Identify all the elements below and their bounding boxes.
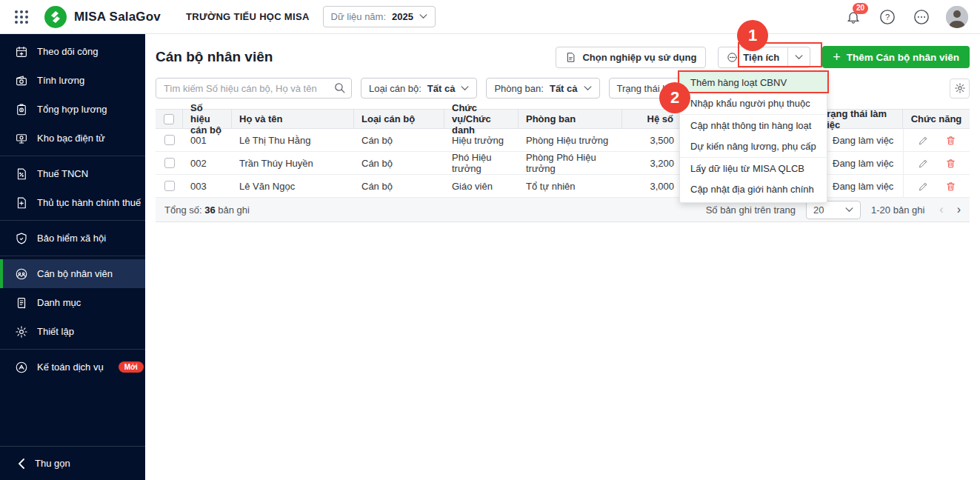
- cell-coefficient: 3,000: [622, 175, 681, 197]
- add-employee-label: Thêm Cán bộ nhân viên: [847, 52, 959, 63]
- cell-coefficient: 3,500: [622, 129, 681, 151]
- sidebar-item-theo-doi-cong[interactable]: Theo dõi công: [0, 37, 145, 66]
- notification-count-badge: 20: [853, 3, 868, 14]
- cell-code: 003: [183, 175, 232, 197]
- cell-dept: Phòng Hiệu trưởng: [519, 129, 622, 151]
- more-button[interactable]: [912, 7, 931, 27]
- total-label: Tổng số:: [164, 204, 202, 216]
- sidebar-item-ke-toan-dich-vu[interactable]: Kế toán dịch vụ Mới: [0, 353, 145, 381]
- delete-icon[interactable]: [945, 135, 956, 146]
- sidebar-item-can-bo-nhan-vien[interactable]: Cán bộ nhân viên: [0, 259, 145, 288]
- next-page-button[interactable]: ›: [957, 203, 961, 216]
- prev-page-button[interactable]: ‹: [939, 203, 943, 216]
- menu-item-cap-nhat-dia-gioi-hanh-chinh[interactable]: Cập nhật địa giới hành chính: [680, 179, 827, 200]
- tax-procedure-icon: [15, 196, 28, 210]
- organization-name: TRƯỜNG TIỂU HỌC MISA: [186, 11, 310, 22]
- menu-item-lay-du-lieu-tu-misa-qlcb[interactable]: Lấy dữ liệu từ MISA QLCB: [680, 159, 827, 179]
- row-checkbox[interactable]: [164, 158, 175, 168]
- new-badge: Mới: [119, 361, 144, 373]
- sidebar-item-label: Thuế TNCN: [37, 168, 88, 179]
- sidebar-item-label: Danh mục: [37, 297, 81, 308]
- sidebar-item-thue-tncn[interactable]: Thuế TNCN: [0, 159, 145, 188]
- filter-dept-select[interactable]: Phòng ban: Tất cả: [486, 78, 599, 99]
- chevron-down-icon: [584, 86, 592, 91]
- sidebar-item-label: Kho bạc điện tử: [37, 133, 105, 144]
- filter-type-select[interactable]: Loại cán bộ: Tất cả: [361, 78, 477, 99]
- gear-icon: [954, 82, 966, 94]
- toolbar: Chọn nghiệp vụ sử dụng Tiện ích + Thêm C…: [556, 46, 970, 68]
- utilities-button[interactable]: Tiện ích: [719, 47, 787, 67]
- delete-icon[interactable]: [945, 181, 956, 192]
- filter-status-label: Trạng thái làm việc: [617, 83, 683, 94]
- column-settings-button[interactable]: [950, 79, 970, 99]
- sidebar-item-thu-tuc-hanh-chinh-thue[interactable]: Thủ tục hành chính thuế: [0, 188, 145, 217]
- treasury-monitor-icon: [15, 132, 28, 145]
- grid-icon: [14, 10, 29, 24]
- cell-dept: Tổ tự nhiên: [519, 175, 622, 197]
- sidebar-item-danh-muc[interactable]: Danh mục: [0, 288, 145, 317]
- cell-status: Đang làm việc: [814, 129, 903, 151]
- status-text: Đang làm việc: [833, 181, 893, 192]
- sidebar-item-label: Tổng hợp lương: [37, 104, 107, 115]
- sidebar-collapse-button[interactable]: Thu gọn: [0, 446, 145, 480]
- sidebar-item-label: Cán bộ nhân viên: [37, 268, 113, 279]
- table-row: 003 Lê Văn Ngọc Cán bộ Giáo viên Tổ tự n…: [156, 175, 970, 198]
- header-actions: Chức năng: [903, 110, 970, 128]
- app-grid-button[interactable]: [12, 7, 31, 27]
- notifications-button[interactable]: 20: [844, 7, 863, 27]
- user-avatar[interactable]: [946, 6, 968, 28]
- cell-name: Trần Thúy Huyền: [232, 152, 354, 174]
- chevron-left-icon: [18, 459, 24, 469]
- filter-row: Loại cán bộ: Tất cả Phòng ban: Tất cả Tr…: [156, 78, 970, 99]
- cell-position: Giáo viên: [444, 175, 519, 197]
- menu-item-cap-nhat-thong-tin-hang-loat[interactable]: Cập nhật thông tin hàng loạt: [680, 116, 827, 136]
- sidebar-item-label: Bảo hiểm xã hội: [37, 233, 106, 244]
- sidebar-item-tong-hop-luong[interactable]: Tổng hợp lương: [0, 95, 145, 124]
- cell-code: 002: [183, 152, 232, 174]
- sidebar-item-bao-hiem-xa-hoi[interactable]: Bảo hiểm xã hội: [0, 224, 145, 253]
- sidebar-item-tinh-luong[interactable]: Tính lương: [0, 66, 145, 95]
- choose-business-button[interactable]: Chọn nghiệp vụ sử dụng: [556, 47, 706, 68]
- filter-type-label: Loại cán bộ:: [369, 83, 421, 94]
- sidebar-item-thiet-lap[interactable]: Thiết lập: [0, 317, 145, 346]
- status-text: Đang làm việc: [833, 135, 893, 146]
- filter-status-select[interactable]: Trạng thái làm việc: [609, 78, 683, 99]
- row-checkbox[interactable]: [164, 135, 175, 145]
- menu-divider: [680, 114, 827, 115]
- per-page-select[interactable]: 20: [806, 201, 861, 219]
- gear-icon: [15, 325, 28, 339]
- menu-item-them-hang-loat-cbnv[interactable]: Thêm hàng loạt CBNV: [680, 73, 827, 93]
- utilities-caret-button[interactable]: [787, 47, 810, 67]
- sidebar-item-kho-bac-dien-tu[interactable]: Kho bạc điện tử: [0, 124, 145, 153]
- cell-name: Lê Văn Ngọc: [232, 175, 354, 197]
- header-position: Chức vụ/Chức danh: [444, 110, 519, 128]
- row-checkbox[interactable]: [164, 181, 175, 191]
- cell-type: Cán bộ: [354, 175, 444, 197]
- shield-icon: [15, 232, 28, 245]
- select-all-checkbox[interactable]: [164, 114, 174, 124]
- edit-icon[interactable]: [918, 181, 929, 192]
- cell-code: 001: [183, 129, 232, 151]
- add-employee-button[interactable]: + Thêm Cán bộ nhân viên: [822, 46, 970, 68]
- filter-type-value: Tất cả: [427, 83, 456, 94]
- total-suffix: bản ghi: [218, 204, 250, 216]
- avatar-icon: [946, 6, 968, 28]
- data-year-select[interactable]: Dữ liệu năm: 2025: [323, 6, 436, 27]
- menu-item-du-kien-nang-luong-phu-cap[interactable]: Dự kiến nâng lương, phụ cấp: [680, 136, 827, 157]
- header-type: Loại cán bộ: [354, 110, 444, 128]
- chevron-down-icon: [795, 55, 803, 60]
- calendar-icon: [15, 45, 28, 59]
- help-button[interactable]: ?: [878, 7, 897, 27]
- status-text: Đang làm việc: [833, 158, 893, 169]
- edit-icon[interactable]: [918, 158, 929, 169]
- cell-type: Cán bộ: [354, 152, 444, 174]
- search-input[interactable]: [156, 78, 352, 99]
- search-box: [156, 78, 352, 99]
- menu-item-nhap-khau-nguoi-phu-thuoc[interactable]: Nhập khẩu người phụ thuộc: [680, 93, 827, 114]
- delete-icon[interactable]: [945, 158, 956, 169]
- edit-icon[interactable]: [918, 135, 929, 146]
- year-value: 2025: [392, 11, 413, 22]
- sidebar-item-label: Thiết lập: [37, 326, 74, 337]
- sidebar-item-label: Theo dõi công: [37, 46, 98, 57]
- sidebar: Theo dõi công Tính lương Tổng hợp lương …: [0, 34, 145, 480]
